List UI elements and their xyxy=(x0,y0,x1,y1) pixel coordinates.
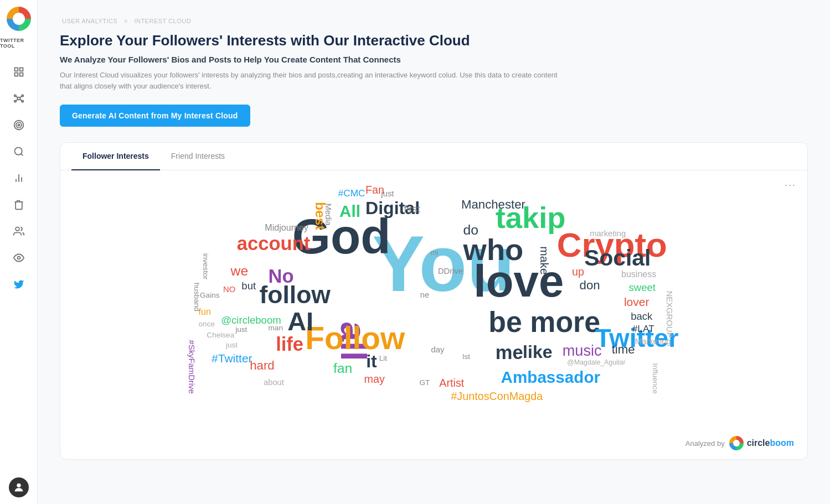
page-description: Our Interest Cloud visualizes your follo… xyxy=(60,70,558,91)
generate-ai-content-button[interactable]: Generate AI Content from My Interest Clo… xyxy=(60,105,250,127)
svg-text:first: first xyxy=(404,203,421,215)
svg-text:about: about xyxy=(264,378,284,387)
svg-text:NEXGROUP: NEXGROUP xyxy=(665,291,674,338)
svg-text:may: may xyxy=(364,373,385,386)
svg-text:DDrive: DDrive xyxy=(438,267,463,276)
analyzed-by-text: Analyzed by xyxy=(685,439,725,448)
svg-text:just: just xyxy=(225,341,238,349)
svg-text:#SkyFamDrive: #SkyFamDrive xyxy=(187,340,196,394)
sidebar-item-users[interactable] xyxy=(7,219,31,243)
svg-point-22 xyxy=(17,257,20,259)
svg-text:marketing: marketing xyxy=(590,229,626,238)
tab-follower-interests[interactable]: Follower Interests xyxy=(71,143,160,170)
svg-text:Midjourney: Midjourney xyxy=(265,222,308,232)
svg-text:once: once xyxy=(199,320,215,328)
svg-text:Lit: Lit xyxy=(379,354,388,362)
svg-text:lover: lover xyxy=(624,295,649,308)
svg-text:Artist: Artist xyxy=(439,377,465,389)
svg-line-17 xyxy=(20,154,23,156)
svg-text:No: No xyxy=(269,266,294,287)
breadcrumb-section: USER ANALYTICS xyxy=(62,18,117,24)
svg-text:don: don xyxy=(580,278,600,292)
svg-point-15 xyxy=(18,124,19,126)
interest-cloud-card: Follower Interests Friend Interests ··· … xyxy=(60,142,808,460)
breadcrumb: USER ANALYTICS > INTEREST CLOUD xyxy=(60,18,808,24)
logo-inner xyxy=(13,13,25,25)
sidebar-item-target[interactable] xyxy=(7,113,31,137)
svg-text:it: it xyxy=(366,351,377,371)
svg-text:just: just xyxy=(380,189,394,198)
svg-text:day: day xyxy=(431,345,445,354)
page-title: Explore Your Followers' Interests with O… xyxy=(60,32,808,49)
svg-point-21 xyxy=(16,227,19,231)
svg-text:GT: GT xyxy=(420,378,430,387)
svg-line-11 xyxy=(16,99,18,101)
svg-text:All: All xyxy=(339,202,360,220)
svg-text:Media: Media xyxy=(324,204,333,226)
svg-text:make: make xyxy=(538,247,551,275)
svg-text:lst: lst xyxy=(462,352,470,361)
svg-text:up: up xyxy=(572,266,584,278)
svg-text:Influence: Influence xyxy=(651,363,659,394)
svg-text:Ambassador: Ambassador xyxy=(501,368,601,387)
svg-text:#LAT: #LAT xyxy=(632,323,654,334)
svg-text:hard: hard xyxy=(250,358,274,372)
svg-rect-1 xyxy=(19,68,23,71)
svg-text:like: like xyxy=(523,342,553,362)
svg-text:NO: NO xyxy=(223,285,235,294)
sidebar-item-eye[interactable] xyxy=(7,246,31,270)
svg-text:me: me xyxy=(496,342,523,363)
svg-text:#CMC: #CMC xyxy=(338,188,365,199)
svg-point-14 xyxy=(16,122,22,128)
svg-point-16 xyxy=(14,148,22,155)
svg-text:back: back xyxy=(631,310,653,322)
footer-logo-inner xyxy=(733,440,740,446)
svg-rect-0 xyxy=(14,68,18,71)
svg-rect-2 xyxy=(14,73,18,76)
svg-point-6 xyxy=(22,95,23,96)
word-cloud-svg: You God love Crypto takip be more Twitte… xyxy=(71,181,796,414)
svg-text:man: man xyxy=(269,324,283,332)
svg-text:Marketing: Marketing xyxy=(635,337,671,346)
svg-text:ne: ne xyxy=(420,290,429,299)
sidebar-item-twitter[interactable] xyxy=(7,272,31,297)
logo[interactable] xyxy=(7,7,31,31)
svg-text:we: we xyxy=(230,264,249,279)
svg-text:Chelsea: Chelsea xyxy=(207,331,234,339)
sidebar-item-analytics[interactable] xyxy=(7,166,31,190)
svg-text:Gains: Gains xyxy=(200,291,220,299)
sidebar: TWITTER TOOL xyxy=(0,0,38,504)
svg-point-23 xyxy=(17,484,20,487)
svg-text:just: just xyxy=(235,325,247,334)
svg-point-5 xyxy=(14,95,16,96)
svg-point-7 xyxy=(14,100,16,102)
tabs-container: Follower Interests Friend Interests xyxy=(60,143,807,170)
svg-line-10 xyxy=(19,96,21,98)
page-subtitle: We Analyze Your Followers' Bios and Post… xyxy=(60,55,808,64)
card-footer: Analyzed by circleboom xyxy=(60,427,807,459)
svg-text:but: but xyxy=(241,280,256,292)
footer-brand-name: circleboom xyxy=(747,438,794,448)
svg-text:account: account xyxy=(237,233,311,254)
svg-text:sweet: sweet xyxy=(629,282,656,293)
main-content: USER ANALYTICS > INTEREST CLOUD Explore … xyxy=(38,0,830,504)
sidebar-item-delete[interactable] xyxy=(7,193,31,217)
sidebar-item-grid[interactable] xyxy=(7,60,31,84)
tab-friend-interests[interactable]: Friend Interests xyxy=(160,143,236,170)
svg-line-12 xyxy=(19,99,21,101)
svg-text:investor: investor xyxy=(202,253,210,280)
svg-text:AI: AI xyxy=(287,307,313,336)
sidebar-item-search[interactable] xyxy=(7,139,31,164)
svg-line-9 xyxy=(16,96,18,98)
user-avatar[interactable] xyxy=(9,477,29,497)
svg-text:who: who xyxy=(463,233,524,267)
svg-rect-3 xyxy=(19,73,23,76)
sidebar-item-network[interactable] xyxy=(7,86,31,111)
circleboom-logo: circleboom xyxy=(729,436,794,450)
svg-text:Follow: Follow xyxy=(305,321,405,356)
breadcrumb-page: INTEREST CLOUD xyxy=(134,18,191,24)
svg-text:fan: fan xyxy=(333,361,352,376)
svg-text:#Twitter: #Twitter xyxy=(212,352,252,365)
footer-logo-circle xyxy=(729,436,744,450)
svg-text:be more: be more xyxy=(488,306,600,338)
